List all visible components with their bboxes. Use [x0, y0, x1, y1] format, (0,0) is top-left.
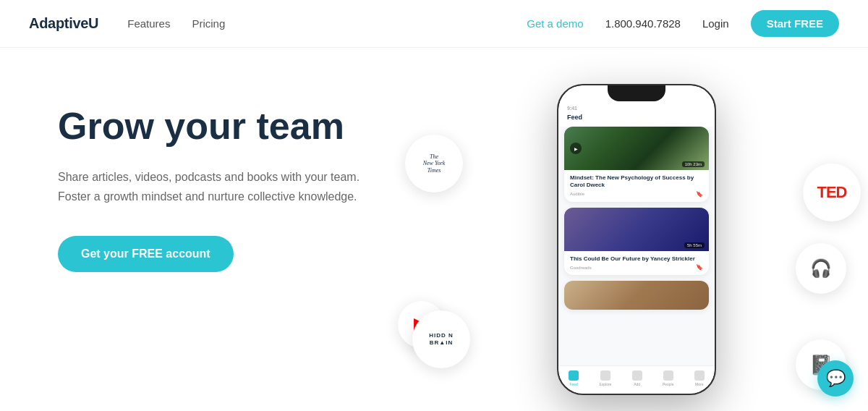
add-nav-icon: [632, 370, 642, 381]
add-nav-label: Add: [634, 382, 640, 386]
nav-login-link[interactable]: Login: [702, 17, 729, 30]
card-1-body: Mindset: The New Psychology of Success b…: [564, 170, 709, 202]
chat-button[interactable]: 💬: [817, 360, 854, 397]
nav-links: Features Pricing: [127, 17, 225, 30]
phone-content: ▶ 10h 23m Mindset: The New Psychology of…: [558, 127, 715, 365]
hero-section: Grow your team Share articles, videos, p…: [0, 48, 868, 411]
feed-nav-icon: [569, 370, 579, 381]
card-1-duration: 10h 23m: [682, 161, 705, 167]
phone-screen: 9:41 Feed ▶ 10h 23m Mindset: The New Psy…: [558, 85, 715, 394]
navbar: AdaptiveU Features Pricing Get a demo 1.…: [0, 0, 868, 48]
audible-icon: 🎧: [810, 258, 832, 279]
hero-subtitle: Share articles, videos, podcasts and boo…: [58, 167, 362, 206]
bottom-nav-feed: Feed: [569, 370, 579, 386]
ted-logo: TED: [817, 183, 847, 202]
start-free-button[interactable]: Start FREE: [751, 10, 839, 37]
logo: AdaptiveU: [29, 15, 98, 32]
card-1-title: Mindset: The New Psychology of Success b…: [570, 174, 703, 190]
card-2-source: Goodreads 🔖: [570, 264, 703, 271]
nyt-logo: TheNew YorkTimes: [423, 153, 446, 174]
explore-nav-icon: [600, 370, 610, 381]
more-nav-label: More: [695, 382, 703, 386]
chat-icon: 💬: [826, 369, 846, 388]
bottom-nav-explore: Explore: [599, 370, 611, 386]
phone-card-3: [564, 281, 709, 310]
phone-notch: [608, 85, 665, 101]
card-1-play: ▶: [570, 143, 582, 154]
more-nav-icon: [694, 370, 705, 381]
card-3-image: [564, 281, 709, 310]
hero-title: Grow your team: [58, 106, 434, 147]
nav-right: Get a demo 1.800.940.7828 Login Start FR…: [527, 10, 839, 37]
hero-left: Grow your team Share articles, videos, p…: [58, 77, 434, 411]
phone-bottom-nav: Feed Explore Add People: [558, 365, 715, 394]
hero-right: TheNew YorkTimes TED 🎧 ▶ HIDD NBR▲IN 📓: [434, 77, 839, 411]
people-nav-label: People: [663, 382, 674, 386]
card-2-image: 5h 55m: [564, 208, 709, 251]
hidden-brain-logo: HIDD NBR▲IN: [429, 332, 454, 346]
nav-link-pricing[interactable]: Pricing: [192, 17, 225, 30]
hidden-brain-bubble: HIDD NBR▲IN: [412, 310, 470, 368]
card-2-body: This Could Be Our Future by Yancey Stric…: [564, 251, 709, 275]
nav-phone: 1.800.940.7828: [605, 17, 681, 30]
card-1-image: ▶ 10h 23m: [564, 127, 709, 170]
feed-nav-label: Feed: [569, 382, 577, 386]
audible-bubble: 🎧: [796, 243, 846, 294]
card-2-bookmark: 🔖: [696, 264, 703, 271]
bottom-nav-add: Add: [632, 370, 642, 386]
nav-demo-link[interactable]: Get a demo: [527, 17, 583, 30]
phone-card-2: 5h 55m This Could Be Our Future by Yance…: [564, 208, 709, 275]
phone-mockup: 9:41 Feed ▶ 10h 23m Mindset: The New Psy…: [557, 84, 716, 395]
explore-nav-label: Explore: [599, 382, 611, 386]
people-nav-icon: [663, 370, 673, 381]
get-free-account-button[interactable]: Get your FREE account: [58, 236, 234, 272]
card-2-duration: 5h 55m: [684, 242, 705, 248]
card-1-source: Audible 🔖: [570, 191, 703, 198]
phone-card-1: ▶ 10h 23m Mindset: The New Psychology of…: [564, 127, 709, 202]
ted-bubble: TED: [803, 164, 861, 221]
bottom-nav-people: People: [663, 370, 674, 386]
bottom-nav-more: More: [694, 370, 705, 386]
card-1-bookmark: 🔖: [696, 191, 703, 198]
card-2-title: This Could Be Our Future by Yancey Stric…: [570, 255, 703, 263]
nav-link-features[interactable]: Features: [127, 17, 170, 30]
nyt-bubble: TheNew YorkTimes: [405, 135, 463, 192]
